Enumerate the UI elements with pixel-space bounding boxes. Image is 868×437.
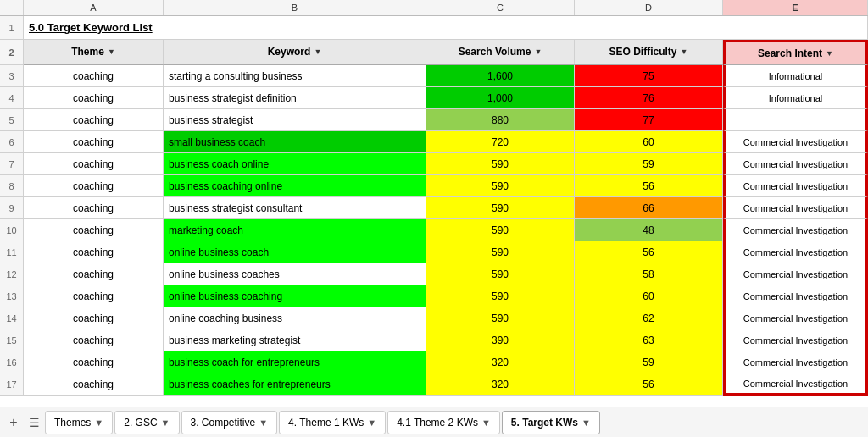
row-8-intent: Commercial Investigation xyxy=(723,175,868,197)
row-8-num: 8 xyxy=(0,175,24,197)
tab-competitive[interactable]: 3. Competitive ▼ xyxy=(181,411,278,434)
row-14-theme[interactable]: coaching xyxy=(24,307,164,329)
row-8-theme[interactable]: coaching xyxy=(24,175,164,197)
row-13-keyword[interactable]: online business coaching xyxy=(164,285,426,307)
difficulty-col-header[interactable]: SEO Difficulty ▼ xyxy=(575,40,723,65)
spreadsheet-grid: 1 5.0 Target Keyword List 2 Theme ▼ Keyw… xyxy=(0,16,868,65)
volume-col-header[interactable]: Search Volume ▼ xyxy=(426,40,575,65)
row-14-volume[interactable]: 590 xyxy=(426,307,575,329)
row-16-intent: Commercial Investigation xyxy=(723,351,868,373)
row-10-num: 10 xyxy=(0,219,24,241)
row-6-difficulty[interactable]: 60 xyxy=(575,131,723,153)
row-10-difficulty[interactable]: 48 xyxy=(575,219,723,241)
row-5-keyword[interactable]: business strategist xyxy=(164,109,426,131)
row-17-intent: Commercial Investigation xyxy=(723,373,868,396)
row-12-difficulty[interactable]: 58 xyxy=(575,263,723,285)
row-11-volume[interactable]: 590 xyxy=(426,241,575,263)
tab-target-arrow: ▼ xyxy=(581,418,591,428)
row-7-theme[interactable]: coaching xyxy=(24,153,164,175)
row-3-volume[interactable]: 1,600 xyxy=(426,65,575,87)
row-5-volume[interactable]: 880 xyxy=(426,109,575,131)
row-16-difficulty[interactable]: 59 xyxy=(575,351,723,373)
row-7-volume[interactable]: 590 xyxy=(426,153,575,175)
row-4-difficulty[interactable]: 76 xyxy=(575,87,723,109)
row-9-intent: Commercial Investigation xyxy=(723,197,868,219)
intent-col-header[interactable]: Search Intent ▼ xyxy=(723,40,868,65)
row-5-difficulty[interactable]: 77 xyxy=(575,109,723,131)
keyword-col-header[interactable]: Keyword ▼ xyxy=(164,40,426,65)
row-12-theme[interactable]: coaching xyxy=(24,263,164,285)
row-7-keyword[interactable]: business coach online xyxy=(164,153,426,175)
row-9-difficulty[interactable]: 66 xyxy=(575,197,723,219)
tab-competitive-arrow: ▼ xyxy=(259,418,268,428)
tab-theme2[interactable]: 4.1 Theme 2 KWs ▼ xyxy=(387,411,500,434)
theme-col-header[interactable]: Theme ▼ xyxy=(24,40,164,65)
row-5-theme[interactable]: coaching xyxy=(24,109,164,131)
row-14-difficulty[interactable]: 62 xyxy=(575,307,723,329)
row-15-theme[interactable]: coaching xyxy=(24,329,164,351)
row-15-difficulty[interactable]: 63 xyxy=(575,329,723,351)
row-15-keyword[interactable]: business marketing strategist xyxy=(164,329,426,351)
row-4-keyword[interactable]: business strategist definition xyxy=(164,87,426,109)
row-15-volume[interactable]: 390 xyxy=(426,329,575,351)
row-13-theme[interactable]: coaching xyxy=(24,285,164,307)
row-13-difficulty[interactable]: 60 xyxy=(575,285,723,307)
row-14-keyword[interactable]: online coaching business xyxy=(164,307,426,329)
row-3-intent: Informational xyxy=(723,65,868,87)
row-6-keyword[interactable]: small business coach xyxy=(164,131,426,153)
row-17-theme[interactable]: coaching xyxy=(24,373,164,396)
row-9-num: 9 xyxy=(0,197,24,219)
row-10-volume[interactable]: 590 xyxy=(426,219,575,241)
tab-theme1[interactable]: 4. Theme 1 KWs ▼ xyxy=(279,411,386,434)
row-16-keyword[interactable]: business coach for entrepreneurs xyxy=(164,351,426,373)
row-7-difficulty[interactable]: 59 xyxy=(575,153,723,175)
row-14-num: 14 xyxy=(0,307,24,329)
data-grid: 3coachingstarting a consulting business1… xyxy=(0,65,868,396)
tab-gsc[interactable]: 2. GSC ▼ xyxy=(114,411,179,434)
intent-filter-icon[interactable]: ▼ xyxy=(826,49,833,58)
row-5-num: 5 xyxy=(0,109,24,131)
row-13-num: 13 xyxy=(0,285,24,307)
volume-filter-icon[interactable]: ▼ xyxy=(534,47,542,56)
row-1-num: 1 xyxy=(0,16,24,40)
row-17-difficulty[interactable]: 56 xyxy=(575,373,723,396)
row-6-theme[interactable]: coaching xyxy=(24,131,164,153)
keyword-filter-icon[interactable]: ▼ xyxy=(314,47,321,56)
row-3-difficulty[interactable]: 75 xyxy=(575,65,723,87)
row-3-theme[interactable]: coaching xyxy=(24,65,164,87)
sheet-menu-button[interactable]: ☰ xyxy=(25,412,43,433)
theme-filter-icon[interactable]: ▼ xyxy=(108,47,115,56)
row-3-keyword[interactable]: starting a consulting business xyxy=(164,65,426,87)
row-12-volume[interactable]: 590 xyxy=(426,263,575,285)
row-17-keyword[interactable]: business coaches for entrepreneurs xyxy=(164,373,426,396)
row-13-volume[interactable]: 590 xyxy=(426,285,575,307)
tab-themes[interactable]: Themes ▼ xyxy=(45,411,113,434)
tab-themes-arrow: ▼ xyxy=(94,418,103,428)
row-6-num: 6 xyxy=(0,131,24,153)
row-9-theme[interactable]: coaching xyxy=(24,197,164,219)
row-5-intent xyxy=(723,109,868,131)
row-8-difficulty[interactable]: 56 xyxy=(575,175,723,197)
row-11-keyword[interactable]: online business coach xyxy=(164,241,426,263)
row-4-volume[interactable]: 1,000 xyxy=(426,87,575,109)
row-10-keyword[interactable]: marketing coach xyxy=(164,219,426,241)
col-c-header: C xyxy=(426,0,575,15)
row-17-volume[interactable]: 320 xyxy=(426,373,575,396)
row-4-theme[interactable]: coaching xyxy=(24,87,164,109)
row-11-difficulty[interactable]: 56 xyxy=(575,241,723,263)
row-16-theme[interactable]: coaching xyxy=(24,351,164,373)
row-7-num: 7 xyxy=(0,153,24,175)
row-9-volume[interactable]: 590 xyxy=(426,197,575,219)
spreadsheet-title: 5.0 Target Keyword List xyxy=(24,16,868,40)
tab-target-kws[interactable]: 5. Target KWs ▼ xyxy=(502,411,600,434)
row-12-keyword[interactable]: online business coaches xyxy=(164,263,426,285)
row-10-theme[interactable]: coaching xyxy=(24,219,164,241)
row-9-keyword[interactable]: business strategist consultant xyxy=(164,197,426,219)
row-16-volume[interactable]: 320 xyxy=(426,351,575,373)
row-8-keyword[interactable]: business coaching online xyxy=(164,175,426,197)
row-11-theme[interactable]: coaching xyxy=(24,241,164,263)
add-sheet-button[interactable]: + xyxy=(3,412,24,433)
row-6-volume[interactable]: 720 xyxy=(426,131,575,153)
difficulty-filter-icon[interactable]: ▼ xyxy=(681,47,688,56)
row-8-volume[interactable]: 590 xyxy=(426,175,575,197)
